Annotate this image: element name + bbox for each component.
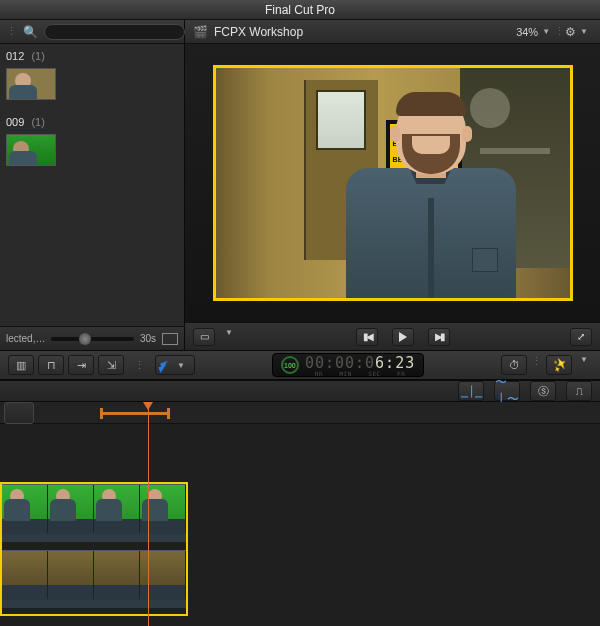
tc-label-fr: FR [397, 370, 405, 377]
gear-icon[interactable]: ⚙ [565, 25, 576, 39]
import-button[interactable]: ▥ [8, 355, 34, 375]
event-group: 009 (1) [0, 114, 184, 170]
skimming-toggle[interactable]: ⎯┃⎯ [458, 381, 484, 401]
arrow-cursor-icon [160, 361, 170, 369]
app-title: Final Cut Pro [265, 3, 335, 17]
timeline-index-button[interactable] [4, 402, 34, 424]
selected-clips[interactable] [0, 482, 188, 616]
chevron-down-icon: ▼ [177, 361, 185, 370]
project-icon: 🎬 [193, 25, 208, 39]
snapping-toggle[interactable]: ⎍ [566, 381, 592, 401]
timeline-options-bar: ⎯┃⎯ 〜┃〜 ⓢ ⎍ [0, 380, 600, 402]
clip-filmstrip-frame [2, 551, 48, 599]
clip-filmstrip-frame [140, 485, 186, 533]
browser-body[interactable]: 012 (1) 009 (1) [0, 44, 184, 326]
clip-duration-label: 30s [140, 333, 156, 344]
connected-clip-track[interactable] [2, 484, 186, 542]
append-clip-button[interactable]: ⇲ [98, 355, 124, 375]
clip-thumbnail[interactable] [6, 134, 56, 166]
event-name: 012 [6, 50, 24, 62]
retime-menu-button[interactable]: ⏱ [501, 355, 527, 375]
clip-row [0, 130, 184, 170]
divider-icon: ⋮ [531, 355, 542, 375]
thumbnail-size-slider[interactable] [51, 337, 133, 341]
chevron-down-icon[interactable]: ▼ [580, 27, 588, 36]
event-name: 009 [6, 116, 24, 128]
chevron-down-icon[interactable]: ▼ [542, 27, 550, 36]
chevron-down-icon[interactable]: ▼ [225, 328, 233, 346]
event-count: (1) [31, 50, 44, 62]
insert-clip-button[interactable]: ⇥ [68, 355, 94, 375]
clip-filmstrip-frame [94, 551, 140, 599]
clip-filmstrip-frame [48, 551, 94, 599]
audio-skimming-toggle[interactable]: 〜┃〜 [494, 381, 520, 401]
timecode-dashboard[interactable]: 100 00:00:06:23 HR MIN SEC FR [272, 353, 424, 377]
timeline[interactable] [0, 402, 600, 626]
event-header[interactable]: 009 (1) [0, 114, 184, 130]
viewer-panel: 🎬 FCPX Workshop 34% ▼ ⋮ ⚙ ▼ CAUTIO EYE P… [185, 20, 600, 350]
timeline-ruler[interactable] [0, 402, 600, 424]
browser-toolbar: ⋮ 🔍 [0, 20, 184, 44]
range-selection-marker[interactable] [100, 412, 170, 415]
clip-filmstrip-frame [140, 551, 186, 599]
search-input[interactable] [44, 24, 185, 40]
next-frame-button[interactable]: ▶▮ [428, 328, 450, 346]
prev-frame-button[interactable]: ▮◀ [356, 328, 378, 346]
tc-label-sec: SEC [368, 370, 380, 377]
video-frame: CAUTIO EYE PROTECTION REQUIRED BEYOND TH… [213, 65, 573, 301]
fullscreen-button[interactable]: ⤢ [570, 328, 592, 346]
window-titlebar: Final Cut Pro [0, 0, 600, 20]
browser-status-bar: lected,… 30s [0, 326, 184, 350]
divider-icon: ⋮ [6, 25, 17, 38]
selection-status: lected,… [6, 333, 45, 344]
tc-label-hr: HR [315, 370, 323, 377]
tc-label-min: MIN [339, 370, 351, 377]
tool-selector[interactable]: ▼ [155, 355, 195, 375]
primary-storyline-track[interactable] [2, 550, 186, 608]
background-tasks-indicator[interactable]: 100 [281, 356, 299, 374]
play-button[interactable] [392, 328, 414, 346]
project-title: FCPX Workshop [214, 25, 516, 39]
solo-toggle[interactable]: ⓢ [530, 381, 556, 401]
event-count: (1) [31, 116, 44, 128]
connect-clip-button[interactable]: ⊓ [38, 355, 64, 375]
playhead[interactable] [148, 402, 149, 626]
clip-filmstrip-frame [2, 485, 48, 533]
viewer-header: 🎬 FCPX Workshop 34% ▼ ⋮ ⚙ ▼ [185, 20, 600, 44]
percent-value: 100 [284, 362, 296, 369]
enhance-menu-button[interactable]: ✨ [546, 355, 572, 375]
divider-icon: ⋮ [554, 25, 565, 38]
viewer-canvas[interactable]: CAUTIO EYE PROTECTION REQUIRED BEYOND TH… [185, 44, 600, 322]
composited-subject [346, 88, 516, 298]
timecode-bright: 6:23 [375, 354, 415, 372]
transform-tool-button[interactable]: ▭ [193, 328, 215, 346]
slider-knob[interactable] [79, 333, 91, 345]
viewer-transport: ▭ ▼ ▮◀ ▶▮ ⤢ [185, 322, 600, 350]
filmstrip-icon[interactable] [162, 333, 178, 345]
divider-icon: ⋮ [134, 359, 145, 372]
clip-filmstrip-frame [94, 485, 140, 533]
clip-filmstrip-frame [48, 485, 94, 533]
search-icon: 🔍 [23, 25, 38, 39]
event-header[interactable]: 012 (1) [0, 48, 184, 64]
clip-thumbnail[interactable] [6, 68, 56, 100]
zoom-level[interactable]: 34% [516, 26, 538, 38]
chevron-down-icon[interactable]: ▼ [580, 355, 588, 375]
event-group: 012 (1) [0, 48, 184, 104]
clip-row [0, 64, 184, 104]
event-browser: ⋮ 🔍 012 (1) 009 (1) [0, 20, 185, 350]
